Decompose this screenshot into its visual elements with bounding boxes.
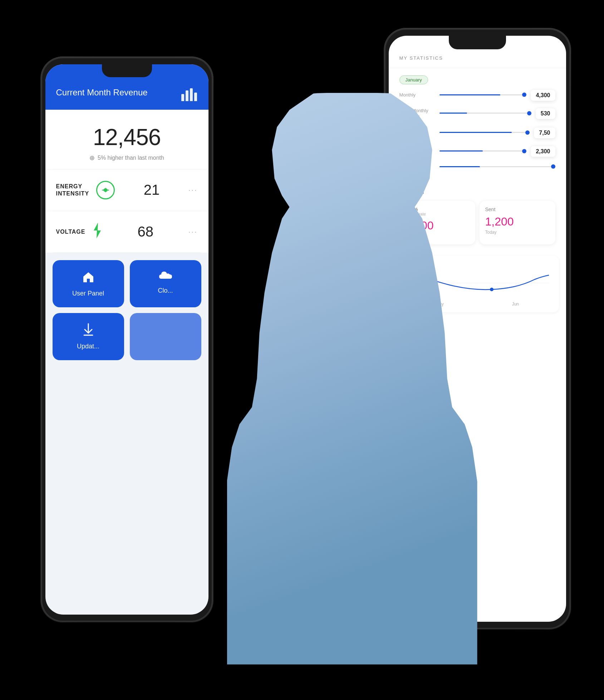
energy-value: 21 xyxy=(144,182,160,198)
fixed-tooltip: 530 xyxy=(536,108,555,119)
revenue-amount: 12,456 xyxy=(56,124,198,150)
monthly-tooltip: 4,300 xyxy=(531,90,555,101)
stat4-bar xyxy=(440,150,527,153)
stat5-label: nses xyxy=(399,164,435,170)
bar3 xyxy=(190,88,193,101)
fixed-dot xyxy=(527,111,531,115)
stat4-fill xyxy=(440,150,483,152)
revenue-change: ⊕ 5% higher than last month xyxy=(56,154,198,162)
stats-section: January Monthly 4,300 xyxy=(389,68,566,184)
voltage-metric-row: VOLTAGE 68 ··· xyxy=(45,211,208,253)
chart-labels: May Jun xyxy=(402,302,553,307)
plus-circle-icon: ⊕ xyxy=(89,154,95,162)
bar4 xyxy=(194,93,197,101)
revenue-title: Current Month Revenue xyxy=(56,88,148,98)
voltage-label: VOLTAGE xyxy=(56,228,85,235)
phone-left: Current Month Revenue 12,456 ⊕ 5% higher… xyxy=(41,57,213,622)
energy-icon xyxy=(96,181,115,199)
voltage-dots[interactable]: ··· xyxy=(188,228,198,236)
expected-bar xyxy=(440,132,530,134)
stat5-bar xyxy=(440,166,555,168)
expected-label: ExpectedExpenses xyxy=(399,127,435,139)
jun-label: Jun xyxy=(512,302,519,307)
investments-section: STMENTS ↑ 10% interest rate 1,200 Today xyxy=(389,184,566,250)
sent-label: Sent xyxy=(485,207,550,212)
investments-title: STMENTS xyxy=(399,190,555,195)
phone-frame-left: Current Month Revenue 12,456 ⊕ 5% higher… xyxy=(41,57,213,622)
line-chart-svg xyxy=(402,269,553,297)
monthly-track xyxy=(440,94,527,95)
phone-screen-right: MY STATISTICS January Monthly xyxy=(389,36,566,622)
svg-point-0 xyxy=(104,189,107,192)
stat4-dot xyxy=(522,149,526,153)
stat5-track xyxy=(440,166,555,167)
scene: Current Month Revenue 12,456 ⊕ 5% higher… xyxy=(34,29,570,672)
stat-row-expected: ExpectedExpenses 7,50 xyxy=(399,127,555,139)
notch-right xyxy=(449,36,506,49)
updates-label: Updat... xyxy=(77,343,99,350)
phone-right: MY STATISTICS January Monthly xyxy=(384,29,570,629)
voltage-icon xyxy=(92,223,102,241)
stat4-track xyxy=(440,150,527,152)
interest-label: interest rate xyxy=(405,212,470,216)
interest-pct: 10% xyxy=(409,207,418,212)
stat-row-4: 2,300 xyxy=(399,146,555,157)
download-icon xyxy=(83,323,94,338)
arrow-up-icon: ↑ xyxy=(405,207,407,212)
user-panel-label: User Panel xyxy=(72,290,104,297)
investment-card-2: Sent 1,200 Today xyxy=(480,201,555,244)
fixed-label: Fixed MonthlyExpenses xyxy=(399,108,435,120)
bar1 xyxy=(181,94,184,101)
revenue-change-text: 5% higher than last month xyxy=(98,155,164,161)
buttons-grid: User Panel Clo... xyxy=(45,253,208,371)
stat-row-fixed: Fixed MonthlyExpenses 530 xyxy=(399,108,555,120)
january-badge[interactable]: January xyxy=(399,75,428,84)
monthly-label: Monthly xyxy=(399,92,435,98)
fourth-button[interactable] xyxy=(130,313,201,360)
cloud-icon xyxy=(158,270,173,283)
monthly-bar xyxy=(440,94,527,96)
expected-fill xyxy=(440,132,512,133)
stat-row-5: nses xyxy=(399,164,555,170)
fixed-bar xyxy=(440,113,531,115)
phone-frame-right: MY STATISTICS January Monthly xyxy=(384,29,570,629)
inv-amount-2: 1,200 xyxy=(485,215,550,228)
cloud-button[interactable]: Clo... xyxy=(130,260,201,307)
investment-cards: ↑ 10% interest rate 1,200 Today Sent 1,2… xyxy=(399,201,555,244)
cloud-label: Clo... xyxy=(158,287,173,294)
chart-card: 9,500 May Jun xyxy=(396,256,559,312)
monthly-dot xyxy=(522,93,526,97)
updates-button[interactable]: Updat... xyxy=(53,313,124,360)
user-panel-button[interactable]: User Panel xyxy=(53,260,124,307)
energy-dots[interactable]: ··· xyxy=(188,186,198,194)
interest-rate: ↑ 10% xyxy=(405,207,470,212)
monthly-fill xyxy=(440,94,501,95)
fixed-track xyxy=(440,113,531,114)
expected-track xyxy=(440,132,530,133)
energy-metric-row: ENERGYINTENSITY 21 ··· xyxy=(45,169,208,211)
stat5-fill xyxy=(440,166,480,167)
expected-dot xyxy=(525,130,530,135)
notch-left xyxy=(102,64,152,77)
inv-today-1: Today xyxy=(405,234,470,239)
inv-amount-1: 1,200 xyxy=(405,219,470,232)
bar2 xyxy=(186,90,188,101)
revenue-section: 12,456 ⊕ 5% higher than last month xyxy=(45,110,208,169)
chart-bar-icon xyxy=(181,84,198,101)
may-label: May xyxy=(436,302,444,307)
chart-section: 9,500 May Jun xyxy=(389,250,566,319)
stat-row-monthly: Monthly 4,300 xyxy=(399,90,555,101)
voltage-value: 68 xyxy=(137,224,153,240)
chart-value-label: 9,500 xyxy=(402,262,553,267)
svg-marker-1 xyxy=(94,223,101,238)
stat4-tooltip: 2,300 xyxy=(531,146,555,157)
energy-label: ENERGYINTENSITY xyxy=(56,183,89,197)
house-icon xyxy=(82,270,95,286)
inv-today-2: Today xyxy=(485,230,550,235)
phone-screen-left: Current Month Revenue 12,456 ⊕ 5% higher… xyxy=(45,64,208,615)
stat5-dot xyxy=(551,164,555,169)
fixed-fill xyxy=(440,113,467,114)
investment-card-1: ↑ 10% interest rate 1,200 Today xyxy=(399,201,475,244)
expected-tooltip: 7,50 xyxy=(534,128,555,138)
svg-point-4 xyxy=(490,288,493,291)
